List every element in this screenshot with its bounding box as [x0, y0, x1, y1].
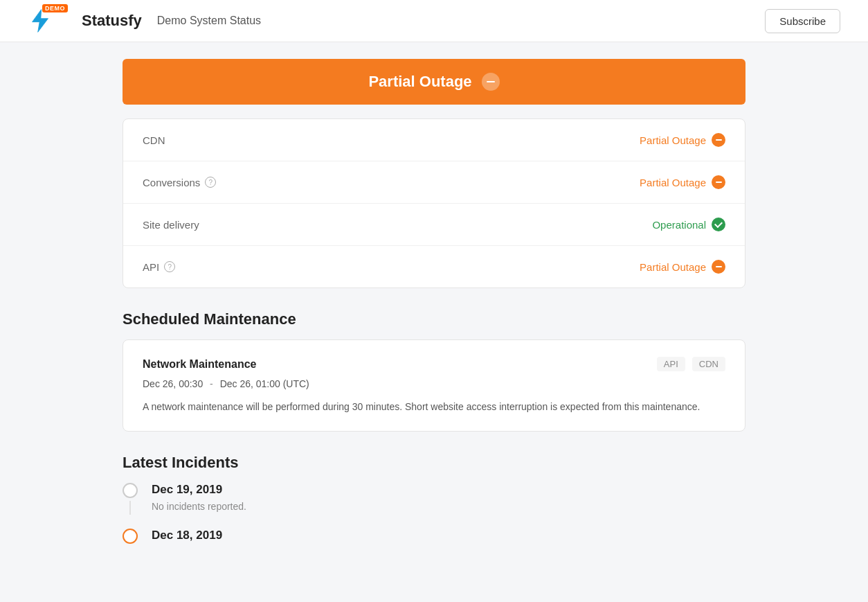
maintenance-description: A network maintenance will be performed …	[143, 399, 725, 414]
timeline-dot	[123, 529, 138, 544]
maintenance-header: Network Maintenance APICDN	[143, 357, 725, 371]
service-name: Conversions?	[143, 177, 216, 188]
incident-timeline	[123, 529, 138, 547]
timeline-dot	[123, 483, 138, 498]
demo-badge: DEMO	[42, 4, 68, 12]
service-name: API?	[143, 261, 175, 273]
system-title: Demo System Status	[157, 15, 261, 27]
service-row: CDNPartial Outage	[123, 119, 745, 161]
service-status: Partial Outage	[640, 260, 725, 274]
service-name: CDN	[143, 134, 165, 146]
partial-outage-icon	[712, 260, 725, 274]
partial-outage-icon	[712, 175, 725, 189]
partial-outage-icon	[712, 133, 725, 147]
incident-item: Dec 18, 2019	[123, 529, 745, 547]
service-row: API?Partial Outage	[123, 246, 745, 287]
timeline-line	[129, 501, 131, 515]
scheduled-maintenance-section: Scheduled Maintenance Network Maintenanc…	[123, 310, 745, 432]
outage-banner: Partial Outage	[123, 59, 745, 105]
operational-icon	[712, 218, 725, 231]
service-status: Partial Outage	[640, 175, 725, 189]
incident-item: Dec 19, 2019No incidents reported.	[123, 483, 745, 515]
maintenance-tag: CDN	[692, 357, 725, 371]
header: DEMO Statusfy Demo System Status Subscri…	[0, 0, 868, 42]
scheduled-maintenance-title: Scheduled Maintenance	[123, 310, 745, 328]
service-row: Site deliveryOperational	[123, 204, 745, 246]
service-status: Operational	[652, 218, 725, 231]
maintenance-card-title: Network Maintenance	[143, 358, 256, 371]
incident-note: No incidents reported.	[152, 501, 246, 512]
maintenance-tag: API	[657, 357, 685, 371]
subscribe-button[interactable]: Subscribe	[765, 9, 840, 33]
service-name: Site delivery	[143, 219, 199, 231]
logo-area: DEMO Statusfy Demo System Status	[28, 8, 261, 33]
incident-timeline	[123, 483, 138, 515]
incidents-list: Dec 19, 2019No incidents reported.Dec 18…	[123, 483, 745, 547]
maintenance-time: Dec 26, 00:30 - Dec 26, 01:00 (UTC)	[143, 378, 725, 389]
logo-icon: DEMO	[28, 8, 53, 33]
incident-date: Dec 19, 2019	[152, 483, 246, 497]
help-icon[interactable]: ?	[205, 177, 216, 188]
incident-date: Dec 18, 2019	[152, 529, 222, 542]
minus-circle-icon	[482, 73, 500, 91]
service-row: Conversions?Partial Outage	[123, 161, 745, 204]
maintenance-time-start: Dec 26, 00:30	[143, 378, 203, 389]
maintenance-card: Network Maintenance APICDN Dec 26, 00:30…	[123, 339, 745, 432]
maintenance-tags: APICDN	[657, 357, 725, 371]
time-separator: -	[210, 378, 213, 389]
services-card: CDNPartial OutageConversions?Partial Out…	[123, 118, 745, 288]
logo-text: Statusfy	[82, 12, 142, 30]
incident-content: Dec 18, 2019	[152, 529, 222, 547]
maintenance-time-end: Dec 26, 01:00 (UTC)	[220, 378, 309, 389]
latest-incidents-title: Latest Incidents	[123, 454, 745, 472]
service-status: Partial Outage	[640, 133, 725, 147]
help-icon[interactable]: ?	[164, 261, 175, 272]
outage-banner-text: Partial Outage	[368, 73, 471, 91]
incident-content: Dec 19, 2019No incidents reported.	[152, 483, 246, 515]
latest-incidents-section: Latest Incidents Dec 19, 2019No incident…	[123, 454, 745, 547]
main-content: Partial Outage CDNPartial OutageConversi…	[109, 59, 759, 588]
